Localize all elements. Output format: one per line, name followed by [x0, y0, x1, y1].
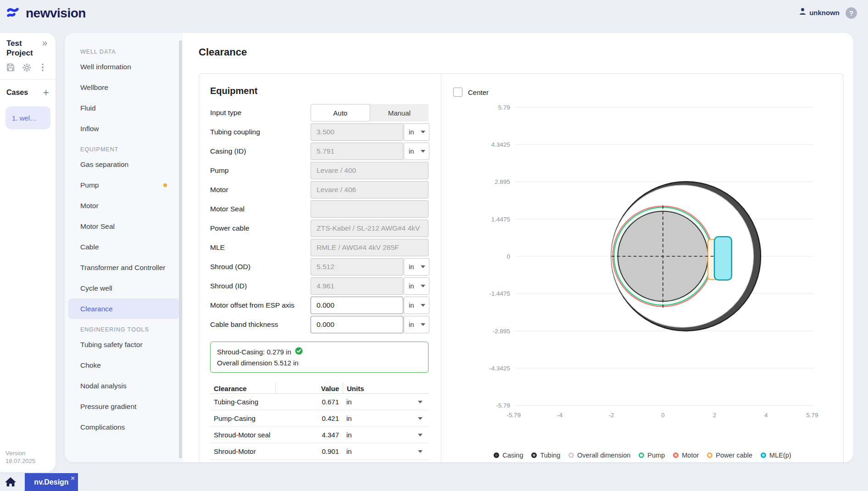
sidebar-item-pump[interactable]: Pump [68, 175, 179, 195]
tubing-coupling-unit-select[interactable]: in [404, 123, 429, 141]
input-type-manual-button[interactable]: Manual [370, 104, 429, 121]
case-item-1[interactable]: 1. wel… [6, 106, 50, 129]
form-row-mle: MLE [210, 239, 428, 256]
legend-marker-icon [568, 452, 574, 458]
row-name: Shroud-Motor [210, 447, 275, 455]
casing-id-input[interactable] [311, 143, 403, 160]
motor-input[interactable] [311, 181, 428, 199]
settings-gear-icon[interactable] [22, 62, 32, 72]
form-row-shroud-id: Shroud (ID) in [210, 277, 428, 295]
legend-item-overall-dimension[interactable]: Overall dimension [568, 452, 630, 459]
y-tick-label: -1.4475 [489, 290, 510, 297]
shroud-od-input[interactable] [311, 258, 403, 276]
sidebar-item-motor-seal[interactable]: Motor Seal [68, 216, 179, 237]
sidebar-item-choke[interactable]: Choke [68, 355, 179, 375]
taskbar-tab-nv-design[interactable]: nv.Design × [25, 473, 78, 491]
legend-item-mle-p-[interactable]: MLE(p) [761, 452, 791, 459]
chevron-down-icon[interactable] [418, 450, 423, 453]
form-row-motor-offset: Motor offset from ESP axis in [210, 297, 428, 314]
legend-label: Power cable [716, 452, 752, 459]
nav-section-engineering-tools: ENGINEERING TOOLS [65, 325, 183, 334]
sidebar-item-transformer-and-controller[interactable]: Transformer and Controller [68, 257, 179, 278]
unit-value: in [409, 282, 414, 290]
power-cable-input[interactable] [311, 220, 428, 237]
user-menu[interactable]: unknown [799, 8, 840, 17]
motor-seal-input[interactable] [311, 200, 428, 218]
sidebar-item-complications[interactable]: Complications [68, 417, 179, 437]
shroud-id-input[interactable] [311, 277, 403, 295]
sidebar-item-gas-separation[interactable]: Gas separation [68, 154, 179, 175]
legend-marker-icon [639, 452, 644, 458]
help-button[interactable]: ? [846, 7, 857, 19]
sidebar-item-fluid[interactable]: Fluid [68, 98, 179, 118]
sidebar-item-pressure-gradient[interactable]: Pressure gradient [68, 396, 179, 417]
unit-value: in [409, 263, 414, 270]
chevron-down-icon[interactable] [418, 401, 423, 403]
nav-scrollbar[interactable] [179, 40, 182, 458]
page-title: Clearance [199, 46, 247, 58]
legend-item-motor[interactable]: Motor [673, 452, 699, 459]
row-name: Tubing-Casing [210, 398, 275, 406]
sidebar-item-inflow[interactable]: Inflow [68, 118, 179, 139]
collapse-panel-icon[interactable]: » [42, 38, 47, 48]
legend-item-pump[interactable]: Pump [639, 452, 665, 459]
divider [0, 79, 56, 80]
cable-band-input[interactable] [311, 316, 403, 333]
legend-item-power-cable[interactable]: Power cable [707, 452, 752, 459]
legend-label: Casing [502, 452, 523, 459]
main-card: WELL DATA Well information Wellbore Flui… [65, 33, 853, 462]
legend-label: MLE(p) [769, 452, 791, 459]
sidebar-item-nodal-analysis[interactable]: Nodal analysis [68, 375, 179, 396]
clearance-summary-box: Shroud-Casing: 0.279 in Overall dimensio… [210, 342, 428, 373]
clearance-table: Clearance Value Units Tubing-Casing 0.67… [210, 383, 428, 460]
mle-input[interactable] [311, 239, 428, 256]
x-tick-label: -2 [609, 412, 614, 419]
power-cable-label: Power cable [210, 224, 311, 232]
sidebar-item-motor[interactable]: Motor [68, 195, 179, 216]
motor-offset-input[interactable] [311, 297, 403, 314]
x-tick-label: -5.79 [506, 412, 521, 419]
pump-input[interactable] [311, 162, 428, 179]
chevron-down-icon[interactable] [418, 417, 423, 420]
sidebar-item-cable[interactable]: Cable [68, 237, 179, 257]
sidebar-item-tubing-safety-factor[interactable]: Tubing safety factor [68, 334, 179, 355]
cable-band-unit-select[interactable]: in [404, 316, 429, 333]
col-clearance: Clearance [210, 383, 275, 394]
y-tick-label: 1.4475 [491, 216, 510, 223]
legend-item-casing[interactable]: Casing [494, 452, 523, 459]
cable-band-label: Cable band thickness [210, 320, 311, 329]
add-case-button[interactable]: + [43, 88, 49, 97]
casing-id-unit-select[interactable]: in [404, 143, 429, 160]
version-date: 18.07.2025 [6, 457, 35, 465]
motor-offset-unit-select[interactable]: in [404, 297, 429, 314]
form-row-pump: Pump [210, 162, 428, 179]
more-options-icon[interactable] [38, 62, 48, 72]
sidebar-item-clearance[interactable]: Clearance [68, 298, 179, 319]
sidebar-item-well-information[interactable]: Well information [68, 56, 179, 77]
legend-item-tubing[interactable]: Tubing [531, 452, 560, 459]
sidebar-item-cycle-well[interactable]: Cycle well [68, 278, 179, 298]
shroud-id-unit-select[interactable]: in [404, 277, 429, 295]
table-row-pump-casing: Pump-Casing 0.421 in [210, 410, 428, 427]
close-icon[interactable]: × [71, 474, 75, 482]
home-icon[interactable] [5, 476, 17, 489]
app-header: newvision unknown ? [0, 0, 868, 28]
sidebar-item-wellbore[interactable]: Wellbore [68, 77, 179, 98]
row-unit: in [343, 414, 428, 422]
mle-label: MLE [210, 243, 311, 252]
save-icon[interactable] [6, 62, 16, 72]
chevron-down-icon[interactable] [418, 434, 423, 436]
row-value: 4.347 [275, 431, 343, 439]
unit-value: in [409, 148, 414, 155]
center-checkbox-label: Center [468, 88, 489, 96]
tubing-coupling-input[interactable] [311, 123, 403, 141]
app-logo[interactable]: newvision [6, 5, 86, 22]
shroud-od-unit-select[interactable]: in [404, 258, 429, 276]
center-checkbox[interactable] [453, 88, 462, 97]
x-tick-label: 5.79 [806, 412, 818, 419]
form-row-input-type: Input type Auto Manual [210, 104, 428, 121]
center-checkbox-row[interactable]: Center [453, 88, 489, 97]
y-tick-label: 4.3425 [491, 141, 510, 148]
chevron-down-icon [421, 265, 425, 268]
input-type-auto-button[interactable]: Auto [311, 104, 370, 121]
